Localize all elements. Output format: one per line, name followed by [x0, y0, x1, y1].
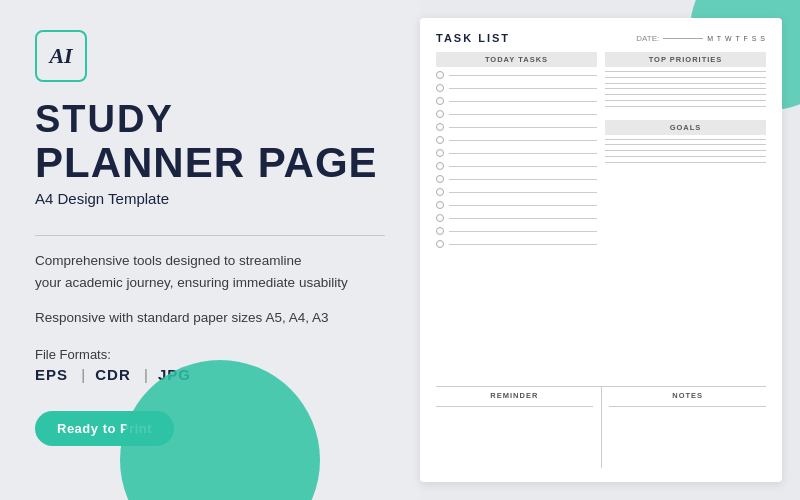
- task-item: [436, 123, 597, 131]
- divider: [35, 235, 385, 236]
- task-circle: [436, 175, 444, 183]
- task-circle: [436, 227, 444, 235]
- task-line: [449, 75, 597, 76]
- task-item: [436, 162, 597, 170]
- task-circle: [436, 97, 444, 105]
- task-line: [449, 88, 597, 89]
- goal-line: [605, 139, 766, 140]
- date-line: [663, 38, 703, 39]
- task-line: [449, 244, 597, 245]
- task-circle: [436, 123, 444, 131]
- task-item: [436, 240, 597, 248]
- planner-title: PLANNER PAGE: [35, 140, 385, 186]
- task-circle: [436, 110, 444, 118]
- task-list-title: TASK LIST: [436, 32, 510, 44]
- ai-logo-text: AI: [49, 43, 72, 69]
- task-circle: [436, 149, 444, 157]
- goal-line: [605, 162, 766, 163]
- format-eps: EPS: [35, 366, 68, 383]
- task-item: [436, 175, 597, 183]
- vertical-divider: [601, 387, 602, 468]
- sep1: |: [76, 366, 91, 383]
- bottom-row: REMINDER NOTES: [436, 386, 766, 468]
- priority-line: [605, 106, 766, 107]
- priorities-col-header: TOP PRIORITIES: [605, 52, 766, 67]
- task-line: [449, 114, 597, 115]
- task-header: TASK LIST DATE: M T W T F S S: [436, 32, 766, 44]
- task-line: [449, 218, 597, 219]
- goals-header: GOALS: [605, 120, 766, 135]
- today-col: TODAY TASKS: [436, 52, 597, 370]
- priority-line: [605, 71, 766, 72]
- date-label: DATE:: [636, 34, 659, 43]
- reminder-col: REMINDER: [436, 387, 593, 468]
- priority-line: [605, 100, 766, 101]
- task-line: [449, 153, 597, 154]
- notes-area: [609, 413, 766, 468]
- task-circle: [436, 188, 444, 196]
- task-circle: [436, 214, 444, 222]
- task-circle: [436, 136, 444, 144]
- ai-logo: AI: [35, 30, 87, 82]
- task-circle: [436, 240, 444, 248]
- priority-line: [605, 77, 766, 78]
- today-col-header: TODAY TASKS: [436, 52, 597, 67]
- goal-line: [605, 150, 766, 151]
- task-item: [436, 136, 597, 144]
- task-item: [436, 201, 597, 209]
- task-item: [436, 149, 597, 157]
- goal-line: [605, 156, 766, 157]
- notes-col-header: NOTES: [609, 387, 766, 407]
- study-title: STUDY: [35, 100, 385, 138]
- reminder-col-header: REMINDER: [436, 387, 593, 407]
- task-item: [436, 188, 597, 196]
- task-line: [449, 179, 597, 180]
- task-line: [449, 205, 597, 206]
- priority-line: [605, 83, 766, 84]
- format-cdr: CDR: [95, 366, 131, 383]
- task-line: [449, 140, 597, 141]
- responsive-text: Responsive with standard paper sizes A5,…: [35, 307, 385, 329]
- left-panel: AI STUDY PLANNER PAGE A4 Design Template…: [0, 0, 420, 500]
- task-item: [436, 227, 597, 235]
- top-row: TODAY TASKS: [436, 52, 766, 370]
- task-circle: [436, 84, 444, 92]
- task-line: [449, 192, 597, 193]
- task-item: [436, 97, 597, 105]
- task-circle: [436, 201, 444, 209]
- goal-line: [605, 144, 766, 145]
- task-line: [449, 166, 597, 167]
- task-item: [436, 71, 597, 79]
- priority-line: [605, 88, 766, 89]
- task-line: [449, 127, 597, 128]
- subtitle: A4 Design Template: [35, 190, 385, 207]
- description: Comprehensive tools designed to streamli…: [35, 250, 355, 293]
- task-item: [436, 84, 597, 92]
- priority-line: [605, 94, 766, 95]
- task-line: [449, 101, 597, 102]
- day-labels: M T W T F S S: [707, 35, 766, 42]
- main-container: AI STUDY PLANNER PAGE A4 Design Template…: [0, 0, 800, 500]
- right-panel: TASK LIST DATE: M T W T F S S TODAY TASK…: [420, 18, 782, 482]
- notes-col: NOTES: [609, 387, 766, 468]
- task-circle: [436, 71, 444, 79]
- task-line: [449, 231, 597, 232]
- sep2: |: [139, 366, 154, 383]
- goals-section: GOALS: [605, 120, 766, 168]
- task-item: [436, 110, 597, 118]
- task-circle: [436, 162, 444, 170]
- task-columns: TODAY TASKS: [436, 52, 766, 468]
- reminder-area: [436, 413, 593, 468]
- task-item: [436, 214, 597, 222]
- priorities-col: TOP PRIORITIES GOALS: [605, 52, 766, 370]
- date-row: DATE: M T W T F S S: [636, 34, 766, 43]
